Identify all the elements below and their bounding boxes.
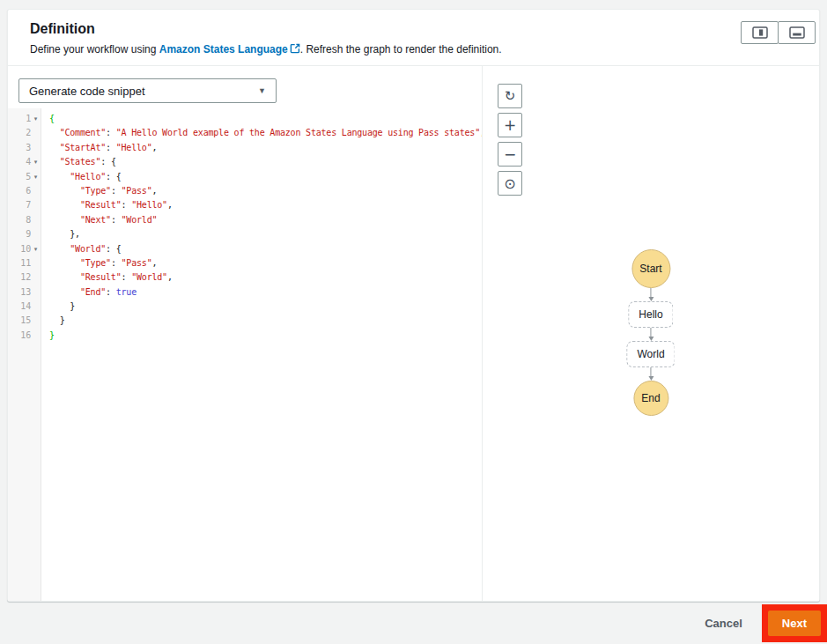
line-number-label: 14: [20, 300, 31, 314]
refresh-icon: ↻: [505, 88, 516, 104]
snippet-toolbar: Generate code snippet ▼: [8, 66, 482, 108]
line-number-label: 7: [26, 198, 31, 212]
line-number: 1▾: [8, 112, 41, 126]
minus-icon: −: [504, 147, 516, 162]
line-number: 7: [8, 198, 41, 212]
line-number-gutter: 1▾234▾5▾678910▾111213141516: [8, 108, 41, 601]
line-number-label: 3: [26, 141, 31, 155]
page-title: Definition: [30, 21, 801, 37]
code-line[interactable]: "World": {: [49, 242, 482, 256]
cancel-button[interactable]: Cancel: [705, 617, 742, 630]
code-line[interactable]: "StartAt": "Hello",: [49, 141, 482, 155]
line-number: 12: [8, 270, 41, 285]
dropdown-label: Generate code snippet: [29, 85, 145, 98]
link-label: Amazon States Language: [159, 43, 288, 56]
page: Definition Define your workflow using Am…: [0, 0, 827, 644]
line-number-label: 8: [26, 213, 31, 227]
line-number: 10▾: [8, 242, 41, 256]
card-header: Definition Define your workflow using Am…: [8, 10, 819, 66]
line-number: 15: [8, 314, 41, 328]
fold-toggle-icon[interactable]: ▾: [31, 112, 41, 126]
split-horizontal-icon: [789, 26, 805, 39]
refresh-graph-button[interactable]: ↻: [498, 84, 522, 108]
code-line[interactable]: "Result": "World",: [49, 270, 482, 285]
code-line[interactable]: "Type": "Pass",: [49, 184, 482, 198]
subtitle-text: Define your workflow using: [30, 43, 159, 56]
line-number: 5▾: [8, 170, 41, 184]
line-number: 9: [8, 227, 41, 241]
zoom-in-button[interactable]: +: [498, 113, 522, 137]
code-line[interactable]: "Result": "Hello",: [49, 198, 482, 212]
line-number-label: 6: [26, 184, 31, 198]
center-graph-button[interactable]: ⊙: [498, 171, 522, 196]
next-button[interactable]: Next: [768, 611, 821, 636]
code-line[interactable]: {: [49, 112, 482, 126]
line-number: 2: [8, 126, 41, 140]
code-line[interactable]: "End": true: [49, 285, 482, 300]
amazon-states-language-link[interactable]: Amazon States Language: [159, 43, 300, 56]
line-number-label: 2: [26, 126, 31, 140]
definition-editor-panel: Generate code snippet ▼ 1▾234▾5▾678910▾1…: [8, 66, 483, 601]
line-number: 11: [8, 256, 41, 270]
generate-code-snippet-dropdown[interactable]: Generate code snippet ▼: [18, 78, 277, 103]
state-node-hello[interactable]: Hello: [628, 301, 673, 328]
fold-toggle-icon[interactable]: ▾: [31, 170, 41, 184]
split-vertical-button[interactable]: [741, 21, 779, 44]
fold-toggle-icon[interactable]: ▾: [31, 242, 41, 256]
line-number: 3: [8, 141, 41, 155]
line-number: 16: [8, 329, 41, 343]
line-number-label: 12: [20, 270, 31, 285]
graph-controls: ↻ + − ⊙: [498, 84, 522, 196]
definition-card: Definition Define your workflow using Am…: [7, 9, 820, 602]
annotation-highlight: Next: [762, 604, 827, 642]
line-number-label: 13: [20, 285, 31, 300]
code-line[interactable]: "Comment": "A Hello World example of the…: [49, 126, 482, 140]
wizard-footer: Cancel Next: [0, 603, 827, 644]
line-number: 6: [8, 184, 41, 198]
line-number-label: 16: [20, 329, 31, 343]
code-line[interactable]: "Next": "World": [49, 213, 482, 227]
fold-toggle-icon[interactable]: ▾: [31, 155, 41, 169]
line-number: 8: [8, 213, 41, 227]
zoom-out-button[interactable]: −: [498, 142, 522, 167]
line-number: 4▾: [8, 155, 41, 169]
subtitle: Define your workflow using Amazon States…: [30, 43, 801, 56]
chevron-down-icon: ▼: [258, 86, 266, 95]
line-number-label: 9: [26, 227, 31, 241]
line-number-label: 11: [20, 256, 31, 270]
layout-toggle-group: [741, 21, 816, 44]
code-line[interactable]: "Type": "Pass",: [49, 256, 482, 270]
graph-panel: ↻ + − ⊙ Start Hello World End: [483, 66, 819, 601]
code-line[interactable]: }: [49, 314, 482, 328]
line-number: 14: [8, 300, 41, 314]
code-line[interactable]: "States": {: [49, 155, 482, 169]
split-vertical-icon: [752, 26, 768, 39]
code-line[interactable]: }: [49, 329, 482, 343]
graph-edge: [648, 328, 653, 341]
graph-edge: [648, 288, 653, 301]
end-node: End: [633, 381, 668, 416]
subtitle-text-suffix: . Refresh the graph to render the defini…: [300, 43, 502, 56]
code-line[interactable]: },: [49, 227, 482, 241]
external-link-icon: [290, 43, 300, 54]
code-line[interactable]: }: [49, 300, 482, 314]
line-number: 13: [8, 285, 41, 300]
code-editor[interactable]: 1▾234▾5▾678910▾111213141516 { "Comment":…: [8, 108, 482, 601]
split-horizontal-button[interactable]: [778, 21, 816, 44]
graph-edge: [648, 367, 653, 381]
code-line[interactable]: "Hello": {: [49, 170, 482, 184]
plus-icon: +: [504, 118, 516, 133]
line-number-label: 10: [20, 242, 31, 256]
card-body: Generate code snippet ▼ 1▾234▾5▾678910▾1…: [8, 66, 819, 601]
line-number-label: 15: [20, 314, 31, 328]
code-content[interactable]: { "Comment": "A Hello World example of t…: [41, 108, 482, 601]
center-target-icon: ⊙: [504, 175, 515, 192]
workflow-graph: Start Hello World End: [626, 249, 675, 416]
state-node-world[interactable]: World: [626, 341, 675, 367]
start-node: Start: [631, 249, 670, 288]
